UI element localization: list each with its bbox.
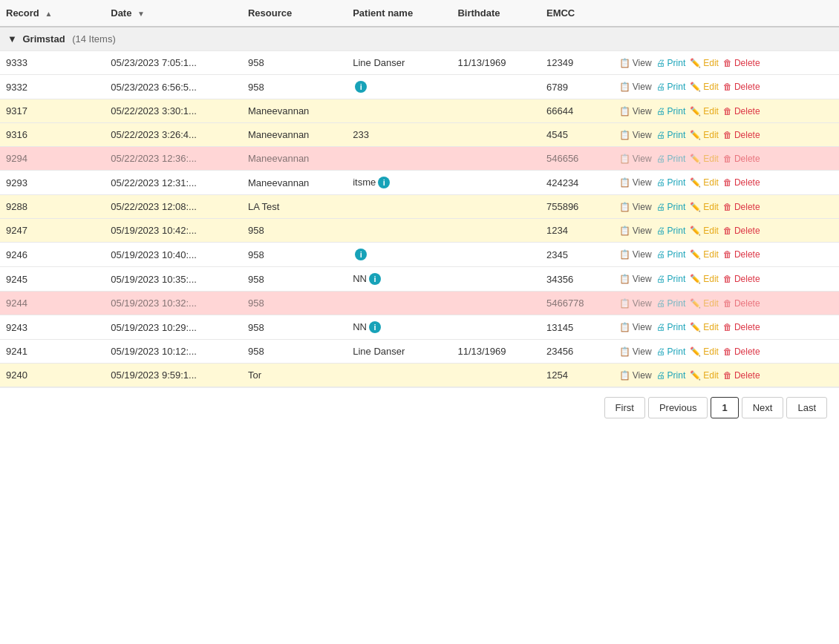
cell-date: 05/23/2023 7:05:1... bbox=[105, 51, 242, 75]
patient-info-icon[interactable]: i bbox=[378, 177, 390, 188]
print-button[interactable]: 🖨 Print bbox=[656, 58, 686, 68]
delete-button[interactable]: 🗑 Delete bbox=[723, 322, 760, 332]
patient-info-icon[interactable]: i bbox=[355, 81, 367, 93]
print-button[interactable]: 🖨 Print bbox=[656, 249, 686, 260]
cell-date: 05/23/2023 6:56:5... bbox=[105, 75, 242, 99]
view-label: View bbox=[633, 58, 652, 68]
cell-actions: 📋 View 🖨 Print ✏️ Edit 🗑 Delete bbox=[613, 147, 839, 171]
view-button[interactable]: 📋 View bbox=[619, 177, 652, 188]
previous-button[interactable]: Previous bbox=[648, 397, 708, 418]
delete-button[interactable]: 🗑 Delete bbox=[723, 82, 760, 92]
delete-button[interactable]: 🗑 Delete bbox=[723, 177, 760, 188]
delete-button[interactable]: 🗑 Delete bbox=[723, 154, 760, 164]
view-button[interactable]: 📋 View bbox=[619, 202, 652, 212]
delete-button[interactable]: 🗑 Delete bbox=[723, 202, 760, 212]
print-button[interactable]: 🖨 Print bbox=[656, 322, 686, 332]
view-button[interactable]: 📋 View bbox=[619, 346, 652, 357]
print-icon: 🖨 bbox=[656, 82, 665, 92]
edit-button[interactable]: ✏️ Edit bbox=[690, 106, 719, 116]
edit-button[interactable]: ✏️ Edit bbox=[690, 370, 719, 381]
patient-info-icon[interactable]: i bbox=[369, 273, 381, 285]
edit-button[interactable]: ✏️ Edit bbox=[690, 82, 719, 92]
delete-button[interactable]: 🗑 Delete bbox=[723, 58, 760, 68]
cell-resource: Maneevannan bbox=[242, 147, 347, 171]
cell-record: 9247 bbox=[0, 219, 105, 243]
delete-label: Delete bbox=[734, 346, 760, 357]
edit-button[interactable]: ✏️ Edit bbox=[690, 322, 719, 332]
delete-button[interactable]: 🗑 Delete bbox=[723, 226, 760, 236]
patient-info-icon[interactable]: i bbox=[355, 249, 367, 260]
last-button[interactable]: Last bbox=[786, 397, 827, 418]
edit-button[interactable]: ✏️ Edit bbox=[690, 130, 719, 140]
edit-button[interactable]: ✏️ Edit bbox=[690, 177, 719, 188]
delete-label: Delete bbox=[734, 177, 760, 188]
print-button[interactable]: 🖨 Print bbox=[656, 177, 686, 188]
cell-emcc: 12349 bbox=[541, 51, 613, 75]
edit-button[interactable]: ✏️ Edit bbox=[690, 249, 719, 260]
view-label: View bbox=[633, 322, 652, 332]
view-button[interactable]: 📋 View bbox=[619, 322, 652, 332]
view-button[interactable]: 📋 View bbox=[619, 249, 652, 260]
print-button[interactable]: 🖨 Print bbox=[656, 346, 686, 357]
delete-button[interactable]: 🗑 Delete bbox=[723, 106, 760, 116]
view-button[interactable]: 📋 View bbox=[619, 106, 652, 116]
delete-button[interactable]: 🗑 Delete bbox=[723, 370, 760, 381]
print-button[interactable]: 🖨 Print bbox=[656, 154, 686, 164]
delete-label: Delete bbox=[734, 226, 760, 236]
next-button[interactable]: Next bbox=[742, 397, 784, 418]
cell-emcc: 5466778 bbox=[541, 292, 613, 315]
delete-label: Delete bbox=[734, 249, 760, 260]
edit-button[interactable]: ✏️ Edit bbox=[690, 274, 719, 284]
delete-button[interactable]: 🗑 Delete bbox=[723, 130, 760, 140]
edit-button[interactable]: ✏️ Edit bbox=[690, 346, 719, 357]
print-button[interactable]: 🖨 Print bbox=[656, 130, 686, 140]
view-button[interactable]: 📋 View bbox=[619, 58, 652, 68]
print-button[interactable]: 🖨 Print bbox=[656, 82, 686, 92]
view-button[interactable]: 📋 View bbox=[619, 226, 652, 236]
delete-label: Delete bbox=[734, 274, 760, 284]
edit-button[interactable]: ✏️ Edit bbox=[690, 154, 719, 164]
table-row: 9316 05/22/2023 3:26:4... Maneevannan 23… bbox=[0, 123, 839, 147]
print-button[interactable]: 🖨 Print bbox=[656, 370, 686, 381]
cell-resource: Maneevannan bbox=[242, 99, 347, 123]
edit-label: Edit bbox=[703, 249, 719, 260]
cell-resource: 958 bbox=[242, 292, 347, 315]
first-button[interactable]: First bbox=[604, 397, 645, 418]
print-button[interactable]: 🖨 Print bbox=[656, 226, 686, 236]
view-label: View bbox=[633, 202, 652, 212]
delete-button[interactable]: 🗑 Delete bbox=[723, 346, 760, 357]
cell-resource: 958 bbox=[242, 75, 347, 99]
print-label: Print bbox=[667, 177, 686, 188]
delete-button[interactable]: 🗑 Delete bbox=[723, 298, 760, 309]
view-label: View bbox=[633, 370, 652, 381]
print-button[interactable]: 🖨 Print bbox=[656, 202, 686, 212]
cell-actions: 📋 View 🖨 Print ✏️ Edit 🗑 Delete bbox=[613, 171, 839, 195]
edit-button[interactable]: ✏️ Edit bbox=[690, 202, 719, 212]
view-button[interactable]: 📋 View bbox=[619, 130, 652, 140]
view-button[interactable]: 📋 View bbox=[619, 154, 652, 164]
edit-button[interactable]: ✏️ Edit bbox=[690, 58, 719, 68]
table-row: 9288 05/22/2023 12:08:... LA Test 755896… bbox=[0, 195, 839, 219]
cell-record: 9243 bbox=[0, 315, 105, 340]
patient-info-icon[interactable]: i bbox=[369, 321, 381, 333]
view-button[interactable]: 📋 View bbox=[619, 370, 652, 381]
print-button[interactable]: 🖨 Print bbox=[656, 106, 686, 116]
cell-emcc: 546656 bbox=[541, 147, 613, 171]
delete-button[interactable]: 🗑 Delete bbox=[723, 249, 760, 260]
edit-button[interactable]: ✏️ Edit bbox=[690, 226, 719, 236]
cell-birthdate bbox=[451, 195, 541, 219]
view-button[interactable]: 📋 View bbox=[619, 274, 652, 284]
edit-button[interactable]: ✏️ Edit bbox=[690, 298, 719, 309]
page-1-button[interactable]: 1 bbox=[711, 397, 738, 418]
cell-date: 05/22/2023 12:36:... bbox=[105, 147, 242, 171]
col-record[interactable]: Record ▲ bbox=[0, 0, 105, 27]
delete-button[interactable]: 🗑 Delete bbox=[723, 274, 760, 284]
cell-emcc: 13145 bbox=[541, 315, 613, 340]
edit-icon: ✏️ bbox=[690, 106, 701, 116]
print-button[interactable]: 🖨 Print bbox=[656, 274, 686, 284]
delete-label: Delete bbox=[734, 322, 760, 332]
view-button[interactable]: 📋 View bbox=[619, 298, 652, 309]
print-button[interactable]: 🖨 Print bbox=[656, 298, 686, 309]
col-date[interactable]: Date ▼ bbox=[105, 0, 242, 27]
view-button[interactable]: 📋 View bbox=[619, 82, 652, 92]
